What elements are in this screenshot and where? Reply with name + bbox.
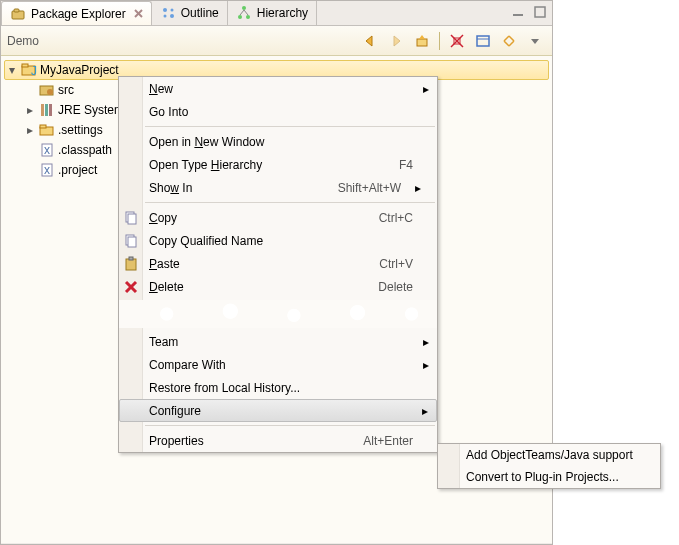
tree-label: .classpath <box>58 143 112 157</box>
menu-separator <box>145 126 435 127</box>
submenu-add-objectteams[interactable]: Add ObjectTeams/Java support <box>438 444 660 466</box>
view-tab-bar: Package Explorer Outline Hierarchy <box>1 1 552 26</box>
svg-rect-13 <box>513 14 523 16</box>
svg-rect-19 <box>477 36 489 46</box>
configure-submenu: Add ObjectTeams/Java support Convert to … <box>437 443 661 489</box>
menu-compare-with[interactable]: Compare With▸ <box>119 353 437 376</box>
menu-copy-qualified-name[interactable]: Copy Qualified Name <box>119 229 437 252</box>
accelerator: Ctrl+V <box>379 257 413 271</box>
tab-outline[interactable]: Outline <box>152 1 228 25</box>
expand-arrow-icon[interactable]: ▸ <box>24 103 36 117</box>
menu-paste[interactable]: PasteCtrl+V <box>119 252 437 275</box>
svg-point-8 <box>242 6 246 10</box>
svg-rect-15 <box>417 39 427 46</box>
copy-icon <box>123 210 139 226</box>
package-icon <box>10 6 26 22</box>
menu-open-new-window[interactable]: Open in New Window <box>119 130 437 153</box>
svg-point-10 <box>246 15 250 19</box>
delete-icon <box>123 279 139 295</box>
forward-icon[interactable] <box>385 30 407 52</box>
svg-rect-26 <box>41 104 44 116</box>
menu-show-in[interactable]: Show InShift+Alt+W▸ <box>119 176 437 199</box>
svg-point-9 <box>238 15 242 19</box>
folder-icon <box>39 122 55 138</box>
menu-restore-local-history[interactable]: Restore from Local History... <box>119 376 437 399</box>
library-icon <box>39 102 55 118</box>
submenu-arrow-icon: ▸ <box>422 404 428 418</box>
svg-rect-27 <box>45 104 48 116</box>
svg-rect-36 <box>128 214 136 224</box>
svg-rect-22 <box>22 64 28 67</box>
svg-line-12 <box>244 10 248 15</box>
tree-label: .settings <box>58 123 103 137</box>
menu-properties[interactable]: PropertiesAlt+Enter <box>119 429 437 452</box>
link-editor-icon[interactable] <box>472 30 494 52</box>
svg-point-5 <box>170 9 173 12</box>
menu-configure[interactable]: Configure▸ <box>119 399 437 422</box>
svg-point-6 <box>163 15 166 18</box>
svg-rect-1 <box>14 9 19 12</box>
collapse-all-icon[interactable] <box>446 30 468 52</box>
svg-rect-30 <box>40 125 46 128</box>
source-folder-icon <box>39 82 55 98</box>
accelerator: Alt+Enter <box>363 434 413 448</box>
svg-text:J: J <box>31 64 37 78</box>
filter-icon[interactable] <box>498 30 520 52</box>
hierarchy-icon <box>236 5 252 21</box>
menu-copy[interactable]: CopyCtrl+C <box>119 206 437 229</box>
accelerator: Delete <box>378 280 413 294</box>
menu-new[interactable]: New▸ <box>119 77 437 100</box>
collapse-arrow-icon[interactable]: ▾ <box>6 63 18 77</box>
accelerator: F4 <box>399 158 413 172</box>
svg-line-11 <box>240 10 244 15</box>
svg-text:x: x <box>44 163 50 177</box>
close-icon[interactable] <box>134 7 143 21</box>
accelerator: Ctrl+C <box>379 211 413 225</box>
svg-point-4 <box>163 8 167 12</box>
file-icon: x <box>39 162 55 178</box>
submenu-arrow-icon: ▸ <box>415 181 421 195</box>
tree-label: .project <box>58 163 97 177</box>
tree-label: src <box>58 83 74 97</box>
paste-icon <box>123 256 139 272</box>
copy-icon <box>123 233 139 249</box>
tab-label: Package Explorer <box>31 7 126 21</box>
menu-delete[interactable]: DeleteDelete <box>119 275 437 298</box>
submenu-arrow-icon: ▸ <box>423 82 429 96</box>
tab-label: Hierarchy <box>257 6 308 20</box>
view-menu-icon[interactable] <box>524 30 546 52</box>
separator <box>439 32 440 50</box>
back-icon[interactable] <box>359 30 381 52</box>
java-project-icon: J <box>21 62 37 78</box>
svg-rect-38 <box>128 237 136 247</box>
svg-rect-40 <box>129 257 133 260</box>
expand-arrow-icon[interactable]: ▸ <box>24 123 36 137</box>
sub-toolbar: Demo <box>1 26 552 56</box>
submenu-convert-plugin[interactable]: Convert to Plug-in Projects... <box>438 466 660 488</box>
menu-separator <box>145 202 435 203</box>
svg-point-7 <box>170 14 174 18</box>
tree-label: MyJavaProject <box>40 63 119 77</box>
menu-truncated-indicator <box>119 300 437 328</box>
menu-open-type-hierarchy[interactable]: Open Type HierarchyF4 <box>119 153 437 176</box>
outline-icon <box>160 5 176 21</box>
tab-hierarchy[interactable]: Hierarchy <box>228 1 317 25</box>
svg-rect-14 <box>535 7 545 17</box>
menu-separator <box>145 425 435 426</box>
accelerator: Shift+Alt+W <box>338 181 401 195</box>
minimize-icon[interactable] <box>510 4 526 20</box>
working-set-label: Demo <box>7 34 39 48</box>
svg-rect-28 <box>49 104 52 116</box>
tab-package-explorer[interactable]: Package Explorer <box>1 1 152 25</box>
up-icon[interactable] <box>411 30 433 52</box>
tree-label: JRE System <box>58 103 124 117</box>
menu-team[interactable]: Team▸ <box>119 330 437 353</box>
file-icon: x <box>39 142 55 158</box>
svg-point-25 <box>47 89 53 95</box>
svg-text:x: x <box>44 143 50 157</box>
maximize-icon[interactable] <box>532 4 548 20</box>
menu-go-into[interactable]: Go Into <box>119 100 437 123</box>
svg-rect-39 <box>126 259 136 270</box>
submenu-arrow-icon: ▸ <box>423 335 429 349</box>
submenu-arrow-icon: ▸ <box>423 358 429 372</box>
